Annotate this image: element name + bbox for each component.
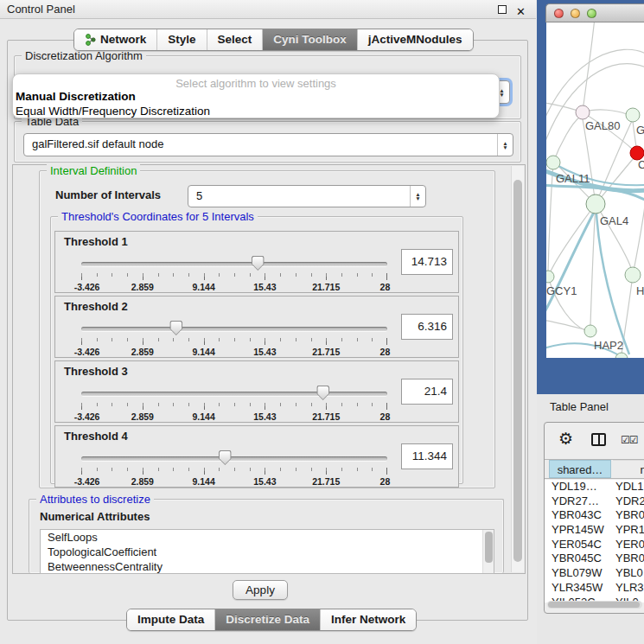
node-label: GAL4: [600, 214, 628, 227]
node-gal11[interactable]: [546, 156, 560, 169]
table-row[interactable]: YBR045CYBR0: [545, 552, 644, 566]
node-label: HAP2: [594, 339, 623, 352]
slider-thumb[interactable]: [219, 450, 232, 465]
threshold-1-slider[interactable]: -3.426 2.859 9.144 15.43 21.715 28: [81, 254, 387, 292]
close-traffic-light-icon[interactable]: [554, 9, 564, 18]
dropdown-option-manual[interactable]: Manual Discretization: [13, 89, 499, 104]
network-view-window: GAL80 GA C GAL11 GAL4 GCY1 H HAP2: [545, 3, 644, 358]
interval-definition-group-label: Interval Definition: [47, 164, 140, 177]
node-gal4[interactable]: [586, 194, 605, 214]
table-rows: YDL19…YDL1 YDR27…YDR2 YBR043CYBR0 YPR145…: [545, 480, 644, 603]
threshold-3-slider[interactable]: -3.426 2.859 9.144 15.43 21.715 28: [81, 384, 387, 422]
table-data-combobox-value: galFiltered.sif default node: [32, 137, 163, 150]
slider-ticks: [81, 468, 387, 475]
table-row[interactable]: YDL19…YDL1: [545, 480, 644, 494]
threshold-3-box: Threshold 3 -3.426 2.859 9.144 15.43 21.…: [54, 360, 459, 423]
table-row[interactable]: YBL079WYBL0: [545, 566, 644, 581]
threshold-3-label: Threshold 3: [64, 365, 128, 378]
threshold-4-label: Threshold 4: [64, 430, 128, 443]
tab-impute-data[interactable]: Impute Data: [127, 609, 214, 630]
threshold-2-slider[interactable]: -3.426 2.859 9.144 15.43 21.715 28: [81, 319, 387, 357]
zoom-traffic-light-icon[interactable]: [587, 9, 596, 18]
interval-definition-group: Interval Definition Number of Intervals …: [39, 170, 495, 488]
network-nodes: [546, 105, 644, 358]
column-header-shared-name[interactable]: shared…: [549, 460, 611, 478]
threshold-2-value-field[interactable]: 6.316: [401, 314, 453, 340]
table-row[interactable]: YDR27…YDR2: [545, 494, 644, 509]
combo-stepper-icon[interactable]: ▲▼: [497, 134, 513, 156]
slider-track[interactable]: [81, 456, 387, 461]
minimize-traffic-light-icon[interactable]: [571, 9, 580, 18]
slider-track[interactable]: [81, 392, 387, 396]
tab-network[interactable]: Network: [74, 29, 156, 50]
tab-infer-network[interactable]: Infer Network: [320, 609, 416, 630]
slider-thumb[interactable]: [316, 386, 329, 400]
network-window-titlebar[interactable]: [545, 3, 644, 22]
network-canvas[interactable]: GAL80 GA C GAL11 GAL4 GCY1 H HAP2: [546, 22, 644, 358]
node-label: GAL80: [585, 119, 620, 132]
threshold-1-label: Threshold 1: [64, 235, 128, 248]
close-icon[interactable]: ✕: [516, 3, 526, 21]
select-columns-icon[interactable]: ☑☑: [621, 434, 638, 446]
float-window-icon[interactable]: [498, 5, 507, 14]
attributes-group: Attributes to discretize Numerical Attri…: [29, 499, 504, 573]
apply-button[interactable]: Apply: [233, 580, 288, 600]
table-row[interactable]: YER054CYER0: [545, 538, 644, 552]
cyni-mode-tabbar: Impute Data Discretize Data Infer Networ…: [126, 609, 417, 631]
number-of-intervals-label: Number of Intervals: [55, 188, 161, 201]
table-row[interactable]: YBR043CYBR0: [545, 508, 644, 523]
table-panel: Table Panel ⚙ ☑☑ shared… n YDL19…YDL1 YD…: [537, 394, 644, 644]
slider-thumb[interactable]: [252, 256, 265, 271]
table-panel-title: Table Panel: [550, 400, 609, 413]
list-item[interactable]: SelfLoops: [41, 530, 494, 545]
node-label: GA: [636, 124, 644, 137]
table-horizontal-scrollbar[interactable]: [547, 601, 642, 609]
tab-jactivemnodules[interactable]: jActiveMNodules: [357, 29, 473, 50]
table-row[interactable]: YPR145WYPR1: [545, 523, 644, 538]
node-h[interactable]: [625, 267, 641, 283]
table-row[interactable]: YLR345WYLR3: [545, 581, 644, 596]
settings-gear-icon[interactable]: ⚙: [558, 430, 573, 449]
attributes-group-label: Attributes to discretize: [36, 493, 154, 506]
list-item[interactable]: BetweennessCentrality: [41, 559, 494, 574]
tab-cyni-toolbox[interactable]: Cyni Toolbox: [262, 29, 357, 50]
threshold-3-value-field[interactable]: 21.4: [401, 379, 453, 405]
threshold-1-value-field[interactable]: 14.713: [401, 249, 453, 275]
slider-track[interactable]: [81, 327, 387, 331]
attributes-list-scrollbar[interactable]: [482, 530, 494, 573]
combo-stepper-icon[interactable]: ▲▼: [410, 186, 425, 207]
node-label: GAL11: [556, 172, 590, 185]
control-panel-tabbar: Network Style Select Cyni Toolbox jActiv…: [73, 29, 474, 51]
node-gcy1[interactable]: [546, 271, 554, 283]
settings-scrollpanel: Interval Definition Number of Intervals …: [12, 164, 526, 574]
node-top-right[interactable]: [626, 108, 640, 122]
settings-scrollbar[interactable]: [511, 166, 524, 572]
dropdown-option-equal-width[interactable]: Equal Width/Frequency Discretization: [13, 104, 499, 118]
table-panel-box: ⚙ ☑☑ shared… n YDL19…YDL1 YDR27…YDR2 YBR…: [544, 422, 644, 614]
slider-track[interactable]: [81, 262, 387, 266]
tab-discretize-data[interactable]: Discretize Data: [214, 609, 320, 630]
threshold-4-slider[interactable]: -3.426 2.859 9.144 15.43 21.715 28: [81, 449, 387, 487]
dropdown-prompt: Select algorithm to view settings: [13, 74, 499, 89]
node-gal80[interactable]: [576, 105, 590, 119]
node-hap2[interactable]: [584, 325, 596, 337]
split-columns-icon[interactable]: [591, 433, 606, 446]
node-label: C: [638, 158, 644, 171]
control-panel: Control Panel ✕ Network Style Select Cyn…: [0, 0, 536, 644]
threshold-2-box: Threshold 2 -3.426 2.859 9.144 15.43 21.…: [54, 296, 459, 358]
slider-ticks: [81, 403, 387, 410]
table-data-combobox[interactable]: galFiltered.sif default node ▲▼: [23, 133, 513, 156]
tab-style[interactable]: Style: [156, 29, 206, 50]
column-header-name[interactable]: n: [613, 460, 644, 478]
cytoscape-desktop: GAL80 GA C GAL11 GAL4 GCY1 H HAP2: [537, 0, 644, 394]
control-panel-title: Control Panel: [7, 3, 75, 16]
list-item[interactable]: TopologicalCoefficient: [41, 545, 494, 559]
slider-thumb[interactable]: [169, 321, 182, 335]
number-of-intervals-combobox[interactable]: 5 ▲▼: [188, 185, 426, 207]
algorithm-dropdown-popup: Select algorithm to view settings Manual…: [12, 73, 500, 118]
node-bottom-partial[interactable]: [615, 353, 628, 358]
numerical-attributes-list[interactable]: SelfLoops TopologicalCoefficient Between…: [40, 529, 494, 574]
threshold-4-value-field[interactable]: 11.344: [401, 443, 453, 469]
numerical-attributes-label: Numerical Attributes: [40, 510, 150, 523]
tab-select[interactable]: Select: [207, 29, 263, 50]
